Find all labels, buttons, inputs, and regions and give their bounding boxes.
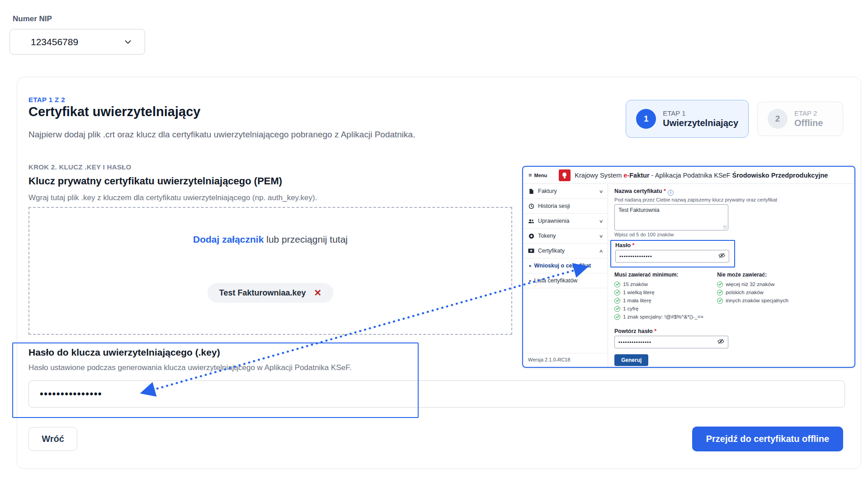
list-item: 1 mała literę bbox=[614, 298, 703, 304]
polish-eagle-logo bbox=[559, 169, 571, 181]
list-item: 1 wielką literę bbox=[614, 290, 703, 296]
password-section-hint: Hasło ustawione podczas generowania kluc… bbox=[28, 363, 351, 372]
sidebar-item-lista-certyfikatow: ▸ Lista certyfikatów bbox=[523, 273, 608, 288]
step-1-label: Uwierzytelniający bbox=[663, 118, 738, 128]
step-indicator: 1 ETAP 1 Uwierzytelniający 2 ETAP 2 Offl… bbox=[626, 100, 843, 138]
step-2-label: Offline bbox=[794, 118, 823, 128]
certificate-icon bbox=[528, 248, 534, 254]
token-icon bbox=[528, 233, 534, 239]
required-asterisk: * bbox=[632, 242, 635, 249]
file-dropzone[interactable]: Dodaj załącznik lub przeciągnij tutaj Te… bbox=[28, 207, 512, 335]
list-item: więcej niż 32 znaków bbox=[717, 282, 788, 287]
list-item: innych znaków specjalnych bbox=[717, 298, 788, 304]
must-contain-list: Musi zawierać minimum: 15 znaków 1 wielk… bbox=[614, 272, 703, 322]
users-icon bbox=[528, 218, 534, 224]
sidebar-item-uprawnienia: Uprawnienia ∨ bbox=[523, 214, 608, 229]
step-2-offline[interactable]: 2 ETAP 2 Offline bbox=[757, 102, 843, 136]
chevron-down-icon: ∨ bbox=[599, 234, 603, 239]
check-icon bbox=[717, 290, 723, 296]
wizard-card: ETAP 1 Z 2 Certyfikat uwierzytelniający … bbox=[17, 77, 861, 469]
ksef-app-screenshot: ≡ Menu Krajowy System e-Faktur - Aplikac… bbox=[522, 166, 855, 368]
list-item: 1 cyfrę bbox=[614, 306, 703, 312]
next-button[interactable]: Przejdź do certyfikatu offline bbox=[692, 427, 843, 451]
password-input: ••••••••••••••• bbox=[615, 250, 729, 263]
required-asterisk: * bbox=[664, 188, 666, 194]
page-title: Certyfikat uwierzytelniający bbox=[28, 104, 200, 119]
required-asterisk: * bbox=[654, 328, 656, 334]
dropzone-text-rest: lub przeciągnij tutaj bbox=[264, 234, 348, 244]
chevron-up-icon: ∧ bbox=[599, 249, 603, 253]
invoice-document-icon bbox=[528, 188, 534, 194]
step-2-number: 2 bbox=[768, 109, 788, 129]
step-2-eyebrow: ETAP 2 bbox=[794, 109, 823, 117]
step-1-uwierzytelniajacy[interactable]: 1 ETAP 1 Uwierzytelniający bbox=[626, 100, 749, 138]
chevron-down-icon: ∨ bbox=[599, 219, 603, 224]
check-icon bbox=[717, 298, 723, 304]
password-section-title: Hasło do klucza uwierzytelniającego (.ke… bbox=[28, 347, 220, 358]
cannot-contain-list: Nie może zawierać: więcej niż 32 znaków … bbox=[717, 272, 788, 322]
key-password-input[interactable]: ••••••••••••••• bbox=[28, 380, 845, 408]
check-icon bbox=[614, 290, 620, 296]
ksef-header: ≡ Menu Krajowy System e-Faktur - Aplikac… bbox=[523, 167, 854, 184]
certificate-name-textarea: Test Fakturownia bbox=[614, 204, 728, 230]
repeat-password-block: Powtórz hasło * ••••••••••••••• bbox=[614, 328, 848, 348]
list-item: 15 znaków bbox=[614, 282, 703, 287]
menu-label: Menu bbox=[534, 173, 547, 178]
sidebar-item-certyfikaty: Certyfikaty ∧ bbox=[523, 244, 608, 258]
check-icon bbox=[614, 282, 620, 287]
nip-label: Numer NIP bbox=[13, 14, 52, 23]
submenu-arrow-icon: ▸ bbox=[529, 263, 532, 268]
repeat-password-label: Powtórz hasło * bbox=[614, 328, 848, 334]
add-attachment-link[interactable]: Dodaj załącznik bbox=[193, 234, 264, 244]
list-item: 1 znak specjalny: !@#$%^&*()-_=+ bbox=[614, 314, 703, 320]
menu-icon: ≡ bbox=[528, 172, 532, 178]
check-icon bbox=[614, 314, 620, 320]
ksef-sidebar: Faktury ∨ Historia sesji Uprawnienia ∨ T… bbox=[523, 184, 608, 367]
key-section-hint: Wgraj tutaj plik .key z kluczem dla cert… bbox=[28, 193, 317, 202]
key-section-title: Klucz prywatny certyfikatu uwierzytelnia… bbox=[28, 175, 282, 187]
dropzone-text: Dodaj załącznik lub przeciągnij tutaj bbox=[29, 234, 511, 245]
repeat-password-input: ••••••••••••••• bbox=[614, 336, 728, 348]
brand-faktur: Faktur bbox=[629, 172, 649, 179]
step-1-number: 1 bbox=[636, 109, 656, 129]
password-field-highlight: Hasło * ••••••••••••••• bbox=[610, 240, 735, 267]
submenu-arrow-icon: ▸ bbox=[529, 278, 532, 283]
environment-label: Środowisko Przedprodukcyjne bbox=[732, 172, 828, 179]
certificate-name-hint: Pod nadaną przez Ciebie nazwą zapiszemy … bbox=[614, 197, 848, 202]
list-item: polskich znaków bbox=[717, 290, 788, 296]
generate-button: Generuj bbox=[614, 354, 648, 366]
nip-value: 123456789 bbox=[31, 37, 78, 47]
ksef-app-title: Krajowy System e-Faktur - Aplikacja Poda… bbox=[575, 172, 828, 179]
brand-e: e- bbox=[623, 172, 629, 179]
check-icon bbox=[614, 306, 620, 312]
app-version: Wersja 2.1.0-RC18 bbox=[523, 353, 608, 367]
password-requirements: Musi zawierać minimum: 15 znaków 1 wielk… bbox=[614, 272, 848, 322]
page-subtitle: Najpierw dodaj plik .crt oraz klucz dla … bbox=[28, 130, 415, 140]
uploaded-file-chip: Test Fakturowniaa.key ✕ bbox=[208, 283, 334, 303]
menu-button: ≡ Menu bbox=[528, 172, 547, 178]
eye-off-icon bbox=[717, 338, 724, 346]
chevron-down-icon: ∨ bbox=[599, 189, 603, 194]
ksef-body: Faktury ∨ Historia sesji Uprawnienia ∨ T… bbox=[523, 184, 854, 367]
step-heading: KROK 2. KLUCZ .KEY I HASŁO bbox=[28, 163, 132, 171]
sidebar-item-historia-sesji: Historia sesji bbox=[523, 199, 608, 214]
page: { "colors": { "accent": "#2563eb", "badg… bbox=[0, 0, 868, 488]
chevron-down-icon bbox=[123, 37, 133, 47]
password-label: Hasło * bbox=[615, 242, 730, 249]
back-button[interactable]: Wróć bbox=[28, 427, 77, 451]
sidebar-item-wnioskuj-o-certyfikat: ▸ Wnioskuj o certyfikat bbox=[523, 258, 608, 273]
certificate-name-counter: Wpisz od 5 do 100 znaków bbox=[614, 232, 848, 237]
sidebar-item-faktury: Faktury ∨ bbox=[523, 184, 608, 199]
remove-file-icon[interactable]: ✕ bbox=[314, 288, 321, 297]
info-icon: i bbox=[668, 190, 674, 196]
sidebar-item-tokeny: Tokeny ∨ bbox=[523, 229, 608, 244]
step-1-eyebrow: ETAP 1 bbox=[663, 109, 738, 117]
check-icon bbox=[614, 298, 620, 304]
eye-off-icon bbox=[718, 253, 725, 260]
ksef-form: Nazwa certyfikatu *i Pod nadaną przez Ci… bbox=[608, 184, 854, 367]
uploaded-file-name: Test Fakturowniaa.key bbox=[219, 288, 306, 298]
nip-select[interactable]: 123456789 bbox=[9, 29, 145, 55]
check-icon bbox=[717, 282, 723, 287]
certificate-name-label: Nazwa certyfikatu *i bbox=[614, 188, 848, 196]
clock-icon bbox=[528, 203, 534, 209]
